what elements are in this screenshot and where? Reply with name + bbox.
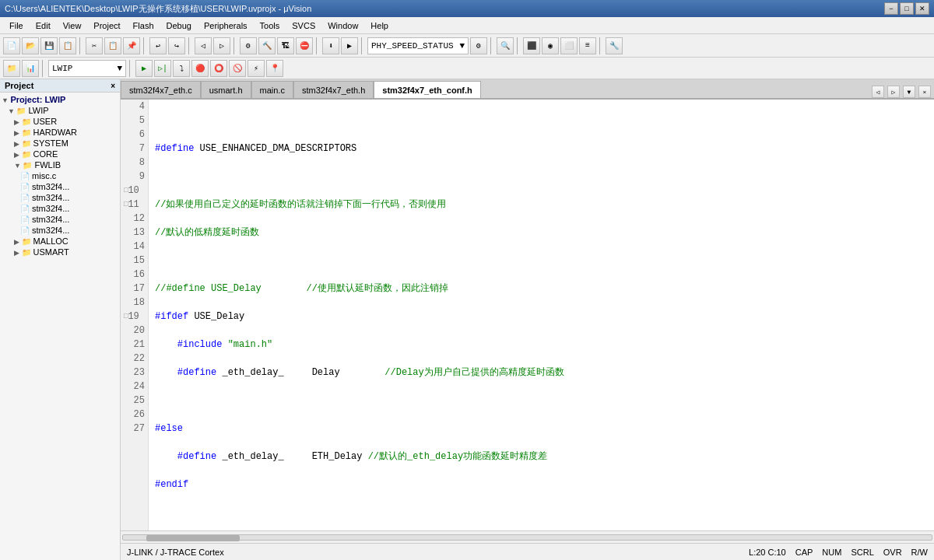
copy-button[interactable]: 📋 [104,37,121,54]
tab-scroll-right[interactable]: ▷ [887,86,900,98]
system-folder-label: SYSTEM [33,138,68,148]
stop-button[interactable]: ⛔ [296,37,313,54]
step-over-button[interactable]: ⤵ [173,60,190,77]
tree-lwip-folder[interactable]: ▼ 📁 LWIP [2,105,118,116]
settings-button[interactable]: 🔧 [606,37,623,54]
tool2-button[interactable]: ◉ [542,37,559,54]
system-expand-icon: ▶ [14,140,22,148]
minimize-button[interactable]: − [884,2,898,15]
compile-button[interactable]: ⚙ [240,37,257,54]
run-cursor-button[interactable]: ▷| [154,60,171,77]
show-next-button[interactable]: 📍 [266,60,283,77]
tool1-button[interactable]: ⬛ [523,37,540,54]
sep-t2-2 [129,60,132,77]
jlink-status: J-LINK / J-TRACE Cortex [127,548,224,557]
tab-scroll-left[interactable]: ◁ [872,86,884,98]
menu-tools[interactable]: Tools [254,19,286,32]
tab-list-button[interactable]: ▼ [903,86,915,98]
tool4-button[interactable]: ≡ [579,37,596,54]
tab-label-2: usmart.h [209,86,243,95]
maximize-button[interactable]: □ [900,2,914,15]
stm32f4-1-label: stm32f4... [32,182,69,191]
tree-malloc-folder[interactable]: ▶ 📁 MALLOC [2,236,118,247]
tree-misc-file[interactable]: 📄 misc.c [2,170,118,181]
tree-stm32f4-file-2[interactable]: 📄 stm32f4... [2,192,118,203]
clear-bp-button[interactable]: ⭕ [210,60,227,77]
tree-stm32f4-file-3[interactable]: 📄 stm32f4... [2,203,118,214]
tree-core-folder[interactable]: ▶ 📁 CORE [2,149,118,159]
open-button[interactable]: 📂 [22,37,39,54]
save-all-button[interactable]: 📋 [59,37,76,54]
menu-flash[interactable]: Flash [127,19,160,32]
menu-help[interactable]: Help [364,19,395,32]
download-button[interactable]: ⬇ [322,37,339,54]
close-all-tabs-button[interactable]: × [918,86,931,98]
tree-fwlib-folder[interactable]: ▼ 📁 FWLIB [2,159,118,170]
horizontal-scrollbar[interactable] [121,530,934,543]
tab-main-c[interactable]: main.c [251,81,293,98]
code-line-17: #endif [155,478,928,492]
nav-fwd-button[interactable]: ▷ [213,37,230,54]
status-bar: J-LINK / J-TRACE Cortex L:20 C:10 CAP NU… [121,543,934,560]
disable-bp-button[interactable]: 🚫 [229,60,246,77]
redo-button[interactable]: ↪ [168,37,185,54]
menu-window[interactable]: Window [321,19,364,32]
menu-peripherals[interactable]: Peripherals [198,19,254,32]
hscroll-track[interactable] [122,534,932,541]
malloc-expand-icon: ▶ [14,238,22,246]
tree-stm32f4-file-5[interactable]: 📄 stm32f4... [2,225,118,236]
search-button[interactable]: 🔍 [497,37,514,54]
code-line-14 [155,394,928,408]
tree-user-folder[interactable]: ▶ 📁 USER [2,116,118,127]
project-tree: ▼ Project: LWIP ▼ 📁 LWIP ▶ 📁 USER [0,93,120,556]
debug-start-button[interactable]: ▶ [341,37,358,54]
menu-debug[interactable]: Debug [160,19,198,32]
proj-btn2[interactable]: 📊 [22,60,39,77]
run-button[interactable]: ▶ [135,60,153,77]
tab-stm32f4x7-eth-conf-h[interactable]: stm32f4x7_eth_conf.h [374,81,481,98]
rebuild-button[interactable]: 🏗 [277,37,294,54]
project-root[interactable]: ▼ Project: LWIP [2,94,118,105]
menu-svcs[interactable]: SVCS [286,19,321,32]
editor-panel: Project × ▼ Project: LWIP ▼ 📁 LWIP ▶ [0,79,934,560]
target-dropdown[interactable]: PHY_SPEED_STATUS ▼ [367,37,469,54]
proj-btn1[interactable]: 📁 [3,60,20,77]
tree-system-folder[interactable]: ▶ 📁 SYSTEM [2,138,118,149]
stm32f4-3-label: stm32f4... [32,204,69,213]
paste-button[interactable]: 📌 [123,37,140,54]
tab-usmart-h[interactable]: usmart.h [201,81,251,98]
user-folder-icon: 📁 [22,117,31,126]
new-file-button[interactable]: 📄 [3,37,20,54]
sep-t2-1 [42,60,45,77]
menu-edit[interactable]: Edit [30,19,57,32]
undo-button[interactable]: ↩ [149,37,167,54]
misc-file-icon: 📄 [20,172,30,180]
tree-stm32f4-file-4[interactable]: 📄 stm32f4... [2,214,118,225]
tree-stm32f4-file-1[interactable]: 📄 stm32f4... [2,181,118,192]
project-close-button[interactable]: × [111,82,115,90]
tool3-button[interactable]: ⬜ [560,37,578,54]
logic-button[interactable]: ⚡ [248,60,265,77]
code-editor[interactable]: 4 5 6 7 8 9 □10 □11 12 13 14 15 16 17 [121,100,934,530]
code-line-11: #ifdef USE_Delay [155,310,928,324]
cut-button[interactable]: ✂ [86,37,103,54]
lwip-dropdown[interactable]: LWIP ▼ [48,60,126,77]
save-button[interactable]: 💾 [40,37,58,54]
nav-back-button[interactable]: ◁ [195,37,212,54]
core-folder-icon: 📁 [22,150,31,159]
hscroll-thumb[interactable] [146,535,240,541]
menu-project[interactable]: Project [87,19,126,32]
tree-hardwar-folder[interactable]: ▶ 📁 HARDWAR [2,127,118,138]
tree-usmart-folder[interactable]: ▶ 📁 USMART [2,247,118,257]
tab-stm32f4x7-eth-h[interactable]: stm32f4x7_eth.h [293,81,374,98]
window-controls[interactable]: − □ ✕ [884,2,929,15]
menubar: File Edit View Project Flash Debug Perip… [0,17,934,34]
tab-stm32f4x7-eth-c[interactable]: stm32f4x7_eth.c [121,81,201,98]
build-button[interactable]: 🔨 [258,37,276,54]
close-button[interactable]: ✕ [915,2,929,15]
code-content[interactable]: #define USE_ENHANCED_DMA_DESCRIPTORS //如… [149,100,934,530]
breakpoints-button[interactable]: 🔴 [191,60,209,77]
target-options-button[interactable]: ⚙ [470,37,487,54]
menu-view[interactable]: View [57,19,88,32]
menu-file[interactable]: File [3,19,30,32]
